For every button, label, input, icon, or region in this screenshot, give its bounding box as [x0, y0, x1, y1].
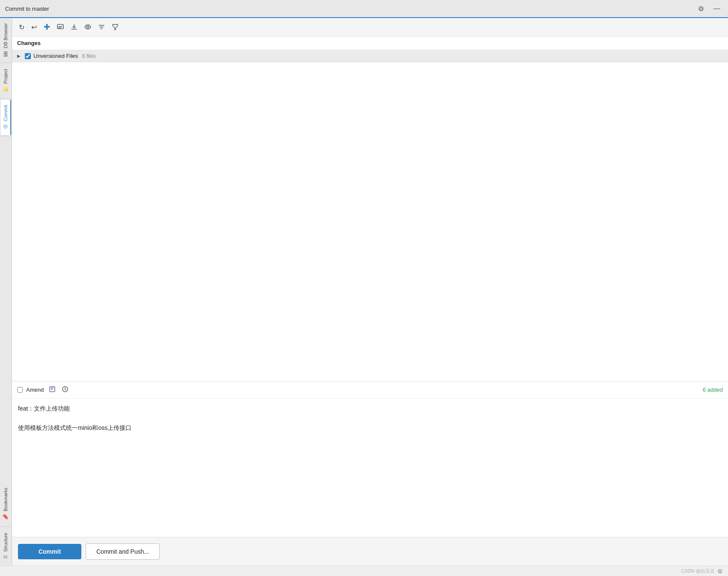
amend-label: Amend	[26, 387, 44, 393]
download-button[interactable]	[68, 22, 80, 32]
file-group-checkbox[interactable]	[25, 53, 31, 59]
added-count: 6 added	[703, 387, 723, 393]
content-area: ↻ ↩ ✚ Changes ▶	[12, 18, 728, 566]
sidebar-item-structure[interactable]: ⚏ Structure	[1, 528, 11, 566]
sidebar-item-commit-label: Commit	[3, 105, 8, 121]
sidebar-item-db-browser-label: DB Browser	[3, 23, 8, 48]
template-icon-button[interactable]	[47, 385, 57, 395]
sidebar-item-commit[interactable]: ◎ Commit	[1, 100, 11, 135]
settings-button[interactable]: ⚙	[695, 4, 707, 14]
add-button[interactable]: ✚	[41, 21, 53, 33]
refresh-button[interactable]: ↻	[16, 21, 27, 33]
commit-icon: ◎	[3, 124, 9, 130]
message-button[interactable]	[54, 22, 66, 32]
sidebar-item-db-browser[interactable]: 🗄 DB Browser	[1, 18, 11, 62]
footer: CSDN @白豆五 ⚙	[0, 566, 728, 576]
sidebar-item-structure-label: Structure	[3, 533, 8, 552]
project-icon: 📁	[3, 86, 9, 93]
sidebar-divider-4	[0, 526, 12, 527]
sidebar-item-project-label: Project	[3, 69, 8, 84]
minimize-button[interactable]: —	[711, 4, 723, 13]
sidebar-divider-2	[0, 99, 12, 99]
expand-arrow-icon: ▶	[17, 54, 22, 58]
amend-icons	[47, 385, 70, 395]
commit-message-area: feat：文件上传功能 使用模板方法模式统一minio和oss上传接口	[12, 399, 728, 537]
commit-and-push-button[interactable]: Commit and Push...	[86, 543, 160, 560]
db-browser-icon: 🗄	[3, 51, 9, 57]
bottom-buttons: Commit Commit and Push...	[12, 537, 728, 566]
amend-checkbox[interactable]	[17, 387, 23, 393]
sidebar-divider-1	[0, 63, 12, 63]
commit-button[interactable]: Commit	[18, 544, 81, 559]
file-group-count: 6 files	[82, 53, 95, 59]
commit-message-textarea[interactable]: feat：文件上传功能 使用模板方法模式统一minio和oss上传接口	[12, 399, 728, 536]
amend-row: Amend 6 added	[12, 381, 728, 399]
title-bar-actions: ⚙ —	[695, 4, 723, 14]
sidebar-item-bookmarks[interactable]: 🔖 Bookmarks	[1, 483, 11, 525]
sidebar-item-bookmarks-label: Bookmarks	[3, 488, 8, 511]
history-icon-button[interactable]	[60, 385, 70, 395]
svg-point-1	[87, 26, 89, 28]
title-bar: Commit to master ⚙ —	[0, 0, 728, 18]
main-layout: 🗄 DB Browser 📁 Project ◎ Commit 🔖 Bookma…	[0, 18, 728, 566]
footer-text: CSDN @白豆五	[681, 568, 714, 574]
sort-button[interactable]	[95, 22, 107, 32]
undo-button[interactable]: ↩	[29, 21, 39, 33]
sidebar-divider-3	[0, 136, 12, 136]
structure-icon: ⚏	[3, 555, 9, 561]
toolbar: ↻ ↩ ✚	[12, 18, 728, 36]
footer-gear-icon[interactable]: ⚙	[717, 568, 723, 575]
file-list: ▶ Unversioned Files 6 files	[12, 50, 728, 381]
changes-section: Changes ▶ Unversioned Files 6 files	[12, 36, 728, 381]
bookmarks-icon: 🔖	[3, 514, 9, 520]
sidebar-item-project[interactable]: 📁 Project	[1, 64, 11, 98]
title-bar-title: Commit to master	[5, 6, 49, 12]
view-button[interactable]	[82, 22, 94, 32]
sidebar: 🗄 DB Browser 📁 Project ◎ Commit 🔖 Bookma…	[0, 18, 12, 566]
file-group-name: Unversioned Files	[33, 53, 78, 59]
filter-button[interactable]	[109, 22, 121, 32]
file-group-row[interactable]: ▶ Unversioned Files 6 files	[12, 50, 728, 62]
changes-header: Changes	[12, 36, 728, 50]
bottom-area: Amend 6 added feat：文件上传功能 使用模板方法模式统一mini…	[12, 381, 728, 566]
amend-left: Amend	[17, 385, 70, 395]
